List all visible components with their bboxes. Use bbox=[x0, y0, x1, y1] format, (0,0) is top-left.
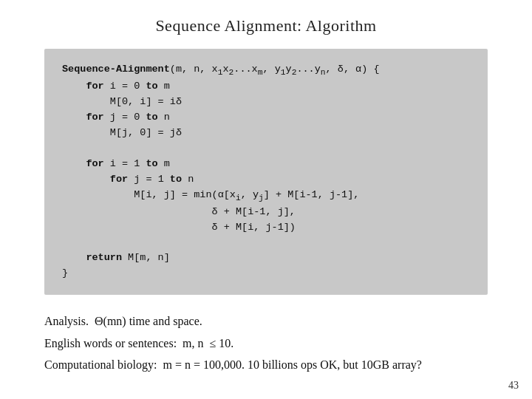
code-line-12 bbox=[62, 236, 470, 251]
code-line-1: Sequence-Alignment(m, n, x1x2...xm, y1y2… bbox=[62, 62, 470, 79]
analysis-section: Analysis. Θ(mn) time and space. English … bbox=[44, 311, 488, 375]
code-line-3: M[0, i] = iδ bbox=[62, 95, 470, 110]
analysis-line-1: Analysis. Θ(mn) time and space. bbox=[44, 311, 488, 331]
code-line-7: for i = 1 to m bbox=[62, 157, 470, 172]
code-line-13: return M[m, n] bbox=[62, 250, 470, 266]
code-line-11: δ + M[i, j-1]) bbox=[62, 220, 470, 236]
page-number: 43 bbox=[508, 380, 519, 392]
analysis-line-2: English words or sentences: m, n ≤ 10. bbox=[44, 333, 488, 353]
code-line-5: M[j, 0] = jδ bbox=[62, 126, 470, 141]
code-line-9: M[i, j] = min(α[xi, yj] + M[i-1, j-1], bbox=[62, 188, 470, 205]
analysis-line-3: Computational biology: m = n = 100,000. … bbox=[44, 355, 488, 375]
code-line-10: δ + M[i-1, j], bbox=[62, 205, 470, 220]
page-title: Sequence Alignment: Algorithm bbox=[0, 16, 532, 35]
code-block: Sequence-Alignment(m, n, x1x2...xm, y1y2… bbox=[44, 49, 488, 295]
code-line-6 bbox=[62, 141, 470, 157]
code-line-2: for i = 0 to m bbox=[62, 79, 470, 95]
code-line-8: for j = 1 to n bbox=[62, 172, 470, 188]
code-line-14: } bbox=[62, 266, 470, 282]
code-line-4: for j = 0 to n bbox=[62, 110, 470, 126]
